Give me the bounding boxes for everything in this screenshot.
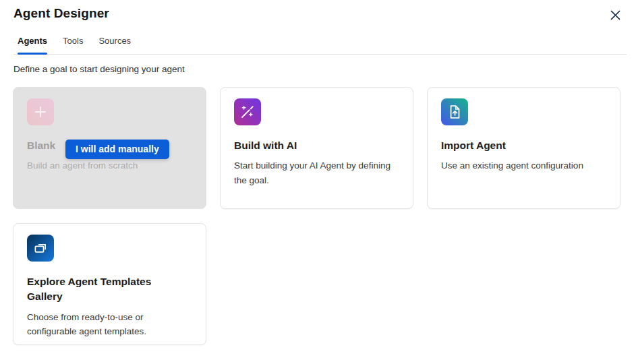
close-icon: [610, 9, 621, 21]
card-build-with-ai-description: Start building your AI Agent by defining…: [234, 158, 399, 187]
close-button[interactable]: [608, 7, 623, 22]
card-import-agent-title: Import Agent: [441, 138, 596, 153]
agent-option-cards: Blank Build an agent from scratch I will…: [13, 87, 620, 345]
tab-tools[interactable]: Tools: [63, 36, 83, 54]
plus-icon: [27, 98, 54, 125]
card-import-agent[interactable]: Import Agent Use an existing agent confi…: [427, 87, 620, 209]
dialog-header: Agent Designer: [0, 0, 636, 22]
card-blank: Blank Build an agent from scratch I will…: [13, 87, 206, 209]
upload-file-icon: [441, 98, 468, 125]
card-explore-templates-description: Choose from ready-to-use or configurable…: [27, 310, 192, 339]
card-explore-templates-title: Explore Agent Templates Gallery: [27, 274, 182, 305]
card-build-with-ai[interactable]: Build with AI Start building your AI Age…: [220, 87, 413, 209]
agent-designer-dialog: Agent Designer Agents Tools Sources Defi…: [0, 0, 636, 364]
card-import-agent-description: Use an existing agent configuration: [441, 158, 606, 173]
i-will-add-manually-button[interactable]: I will add manually: [65, 140, 169, 159]
tab-bar: Agents Tools Sources: [13, 36, 627, 55]
card-build-with-ai-title: Build with AI: [234, 138, 389, 153]
page-title: Agent Designer: [13, 6, 109, 21]
stacked-windows-icon: [27, 235, 54, 262]
tab-sources[interactable]: Sources: [98, 36, 131, 54]
magic-wand-icon: [234, 98, 261, 125]
card-blank-description: Build an agent from scratch: [27, 158, 192, 173]
tab-agents[interactable]: Agents: [18, 36, 47, 54]
goal-instruction-text: Define a goal to start designing your ag…: [13, 64, 623, 74]
card-explore-templates[interactable]: Explore Agent Templates Gallery Choose f…: [13, 223, 206, 345]
